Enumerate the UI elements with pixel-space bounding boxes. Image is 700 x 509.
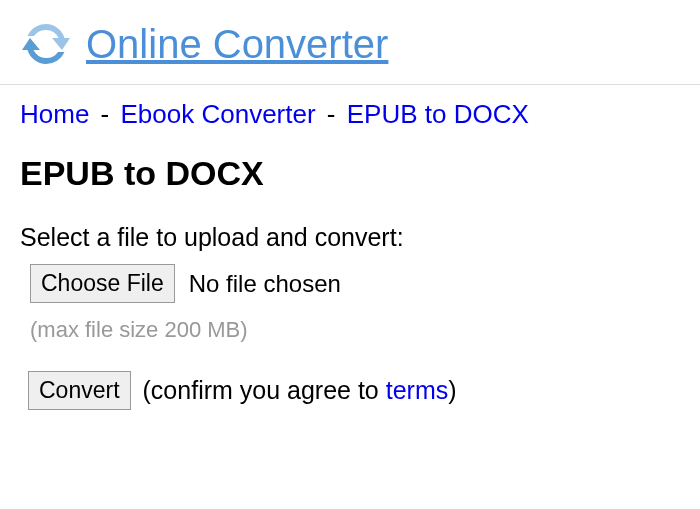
site-header: Online Converter bbox=[0, 0, 700, 85]
max-file-size-note: (max file size 200 MB) bbox=[30, 317, 680, 343]
page-title: EPUB to DOCX bbox=[20, 154, 680, 193]
convert-row: Convert (confirm you agree to terms) bbox=[20, 371, 680, 410]
breadcrumb-separator: - bbox=[101, 99, 110, 129]
confirm-suffix: ) bbox=[448, 376, 456, 404]
site-title[interactable]: Online Converter bbox=[86, 22, 388, 67]
convert-button[interactable]: Convert bbox=[28, 371, 131, 410]
file-input-row: Choose File No file chosen bbox=[30, 264, 680, 303]
breadcrumb: Home - Ebook Converter - EPUB to DOCX bbox=[20, 99, 680, 130]
upload-label: Select a file to upload and convert: bbox=[20, 223, 680, 252]
breadcrumb-separator: - bbox=[327, 99, 336, 129]
choose-file-button[interactable]: Choose File bbox=[30, 264, 175, 303]
refresh-arrows-icon bbox=[20, 18, 72, 70]
file-status-text: No file chosen bbox=[189, 270, 341, 298]
terms-link[interactable]: terms bbox=[386, 376, 449, 404]
main-content: Home - Ebook Converter - EPUB to DOCX EP… bbox=[0, 85, 700, 424]
breadcrumb-category[interactable]: Ebook Converter bbox=[121, 99, 316, 129]
confirm-text: (confirm you agree to terms) bbox=[143, 376, 457, 405]
breadcrumb-home[interactable]: Home bbox=[20, 99, 89, 129]
confirm-prefix: (confirm you agree to bbox=[143, 376, 386, 404]
breadcrumb-current[interactable]: EPUB to DOCX bbox=[347, 99, 529, 129]
